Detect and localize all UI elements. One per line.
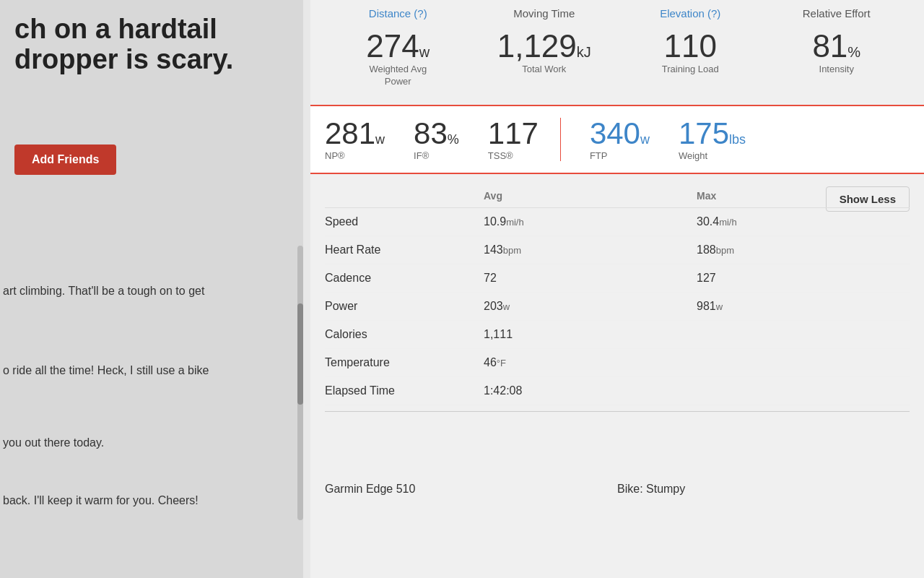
weight-value: 175lbs — [679, 118, 746, 149]
moving-time-label: Moving Time — [471, 7, 618, 20]
temperature-label: Temperature — [325, 356, 484, 369]
header-stat-moving-time: Moving Time — [471, 7, 618, 20]
power-avg: 203w — [484, 300, 697, 313]
secondary-stat-3: 81% Intensity — [764, 27, 910, 91]
relative-effort-label: Relative Effort — [764, 7, 910, 20]
secondary-sublabel-1: Total Work — [474, 64, 615, 74]
if-value: 83% — [414, 118, 459, 149]
secondary-unit-3: % — [847, 44, 860, 60]
secondary-value-3: 81 — [812, 28, 847, 64]
tss-label: TSS® — [488, 150, 539, 161]
comment-text-3: you out there today. — [0, 434, 118, 452]
secondary-sublabel-2: Training Load — [620, 64, 761, 74]
calories-avg: 1,111 — [484, 328, 697, 341]
table-col-avg: Avg — [484, 190, 697, 202]
device-name: Garmin Edge 510 — [325, 483, 617, 496]
table-row-cadence: Cadence 72 127 — [325, 264, 910, 293]
stats-divider — [560, 118, 561, 161]
table-row-heartrate: Heart Rate 143bpm 188bpm — [325, 236, 910, 264]
secondary-unit-1: kJ — [577, 44, 591, 60]
add-friends-button[interactable]: Add Friends — [14, 144, 116, 175]
power-label: Power — [325, 300, 484, 313]
secondary-value-1: 1,129 — [497, 28, 577, 64]
table-row-calories: Calories 1,111 — [325, 321, 910, 349]
secondary-unit-0: w — [419, 44, 430, 60]
ftp-value: 340w — [590, 118, 650, 149]
np-value: 281w — [325, 118, 385, 149]
weight-label: Weight — [679, 150, 746, 161]
cadence-avg: 72 — [484, 272, 697, 285]
secondary-stat-0: 274w Weighted AvgPower — [325, 27, 471, 91]
secondary-value-2: 110 — [664, 28, 717, 64]
elapsed-time-label: Elapsed Time — [325, 384, 484, 397]
highlight-np: 281w NP® — [325, 118, 385, 161]
highlight-tss: 117 TSS® — [488, 118, 539, 161]
heartrate-label: Heart Rate — [325, 243, 484, 256]
secondary-value-0: 274 — [366, 28, 419, 64]
speed-avg: 10.9mi/h — [484, 215, 697, 228]
temperature-avg: 46°F — [484, 356, 697, 369]
np-label: NP® — [325, 150, 385, 161]
scroll-track — [297, 246, 303, 520]
table-header-row: Avg Max — [325, 184, 910, 208]
heartrate-max: 188bpm — [697, 243, 910, 256]
table-row-temperature: Temperature 46°F — [325, 349, 910, 377]
header-stat-elevation: Elevation (?) — [617, 7, 764, 20]
highlight-weight: 175lbs Weight — [679, 118, 746, 161]
if-label: IF® — [414, 150, 459, 161]
table-col-label — [325, 190, 484, 202]
left-title: ch on a hardtaildropper is scary. — [0, 0, 248, 75]
comment-text-1: art climbing. That'll be a tough on to g… — [0, 282, 219, 301]
calories-label: Calories — [325, 328, 484, 341]
scroll-thumb[interactable] — [297, 303, 303, 405]
highlight-ftp: 340w FTP — [590, 118, 650, 161]
data-table: Avg Max Speed 10.9mi/h 30.4mi/h Heart Ra… — [310, 184, 924, 418]
bike-name: Bike: Stumpy — [617, 483, 910, 496]
cadence-max: 127 — [697, 272, 910, 285]
secondary-stat-2: 110 Training Load — [617, 27, 764, 91]
elapsed-time-avg: 1:42:08 — [484, 384, 697, 397]
table-row-speed: Speed 10.9mi/h 30.4mi/h — [325, 208, 910, 236]
ftp-label: FTP — [590, 150, 650, 161]
secondary-sublabel-0: Weighted AvgPower — [328, 64, 468, 88]
heartrate-avg: 143bpm — [484, 243, 697, 256]
comment-text-2: o ride all the time! Heck, I still use a… — [0, 361, 223, 380]
right-panel: Distance (?) Moving Time Elevation (?) R… — [310, 0, 924, 578]
speed-label: Speed — [325, 215, 484, 228]
cadence-label: Cadence — [325, 272, 484, 285]
header-stat-relative-effort: Relative Effort — [764, 7, 910, 20]
highlighted-stats-box: 281w NP® 83% IF® 117 TSS® 340w FTP — [310, 105, 924, 174]
secondary-stat-1: 1,129kJ Total Work — [471, 27, 618, 91]
comment-text-4: back. I'll keep it warm for you. Cheers! — [0, 491, 213, 510]
power-max: 981w — [697, 300, 910, 313]
section-divider — [325, 411, 910, 412]
table-col-max: Max — [697, 190, 910, 202]
speed-max: 30.4mi/h — [697, 215, 910, 228]
device-info-row: Garmin Edge 510 Bike: Stumpy — [310, 473, 924, 506]
left-panel: ch on a hardtaildropper is scary. Add Fr… — [0, 0, 303, 578]
table-row-power: Power 203w 981w — [325, 293, 910, 321]
elevation-label[interactable]: Elevation (?) — [617, 7, 764, 20]
table-row-elapsed-time: Elapsed Time 1:42:08 — [325, 377, 910, 405]
header-stat-distance: Distance (?) — [325, 7, 471, 20]
tss-value: 117 — [488, 118, 539, 149]
highlight-if: 83% IF® — [414, 118, 459, 161]
secondary-sublabel-3: Intensity — [767, 64, 907, 74]
distance-label[interactable]: Distance (?) — [325, 7, 471, 20]
